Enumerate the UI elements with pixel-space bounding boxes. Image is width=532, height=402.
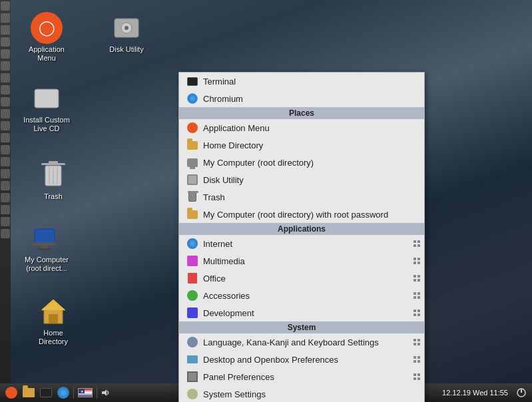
internet-submenu-indicator xyxy=(413,240,420,247)
menu-item-office[interactable]: Office xyxy=(179,270,424,287)
taskbar-volume[interactable] xyxy=(99,385,113,400)
panel-icon-2[interactable] xyxy=(1,13,10,23)
menu-item-trash-label: Trash xyxy=(203,192,225,202)
menu-item-terminal[interactable]: Terminal xyxy=(179,73,424,90)
menu-item-multimedia-label: Multimedia xyxy=(203,256,245,266)
menu-item-my-computer[interactable]: My Computer (root directory) xyxy=(179,154,424,171)
panel-icon-5[interactable] xyxy=(1,49,10,59)
context-menu: Terminal Chromium Places Application Men… xyxy=(178,72,425,402)
svg-rect-14 xyxy=(41,246,48,248)
desktop-icon-install-custom[interactable]: Install Custom Live CD xyxy=(20,80,73,136)
panel-icon-13[interactable] xyxy=(1,145,10,154)
menu-item-app-menu[interactable]: Application Menu xyxy=(179,119,424,136)
home-dir-label: Home Directory xyxy=(29,329,77,346)
menu-item-my-computer-label: My Computer (root directory) xyxy=(203,158,314,168)
menu-item-accessories[interactable]: Accessories xyxy=(179,287,424,304)
desktop-icon-home-dir[interactable]: Home Directory xyxy=(27,293,80,349)
menu-item-internet-label: Internet xyxy=(203,239,232,249)
menu-item-trash[interactable]: Trash xyxy=(179,188,424,206)
development-submenu-indicator xyxy=(413,309,420,316)
multimedia-icon xyxy=(186,254,199,268)
menu-item-disk-utility[interactable]: Disk Utility xyxy=(179,171,424,188)
panel-icon-8[interactable] xyxy=(1,85,10,95)
taskbar-power[interactable] xyxy=(513,385,529,400)
panel-icon-18[interactable] xyxy=(1,205,10,214)
taskbar-sep-1 xyxy=(73,387,74,399)
desktop-icon-my-computer[interactable]: My Computer (root direct... xyxy=(20,220,73,276)
accessories-icon xyxy=(186,289,199,302)
desktop-prefs-submenu-indicator xyxy=(413,356,420,363)
menu-item-language-label: Language, Kana-Kanji and Keyboard Settin… xyxy=(203,337,379,347)
menu-item-development[interactable]: Development xyxy=(179,304,424,321)
internet-icon xyxy=(186,237,199,250)
install-custom-label: Install Custom Live CD xyxy=(23,116,71,133)
menu-item-chromium-label: Chromium xyxy=(203,94,243,104)
svg-rect-12 xyxy=(35,229,55,244)
menu-item-accessories-label: Accessories xyxy=(203,291,250,301)
desktop-icon-disk-utility[interactable]: Disk Utility xyxy=(100,9,153,57)
panel-icon-3[interactable] xyxy=(1,25,10,35)
menu-item-multimedia[interactable]: Multimedia xyxy=(179,252,424,270)
taskbar-flag[interactable]: ★ xyxy=(75,385,95,400)
menu-item-disk-utility-label: Disk Utility xyxy=(203,175,244,185)
development-icon xyxy=(186,306,199,319)
section-system: System xyxy=(179,321,424,333)
svg-rect-11 xyxy=(49,161,58,164)
panel-icon-4[interactable] xyxy=(1,37,10,47)
menu-item-terminal-label: Terminal xyxy=(203,77,236,87)
menu-item-office-label: Office xyxy=(203,274,226,284)
menu-item-my-computer-root[interactable]: My Computer (root directory) with root p… xyxy=(179,206,424,223)
svg-marker-18 xyxy=(41,300,65,310)
menu-item-system-settings[interactable]: System Settings xyxy=(179,385,424,402)
taskbar-sep-2 xyxy=(97,387,97,399)
panel-icon-10[interactable] xyxy=(1,109,10,118)
svg-rect-13 xyxy=(33,242,57,246)
office-submenu-indicator xyxy=(413,275,420,282)
panel-icon-14[interactable] xyxy=(1,157,10,166)
taskbar-chromium[interactable] xyxy=(55,385,72,400)
menu-item-desktop-prefs-label: Desktop and Openbox Preferences xyxy=(203,355,338,365)
home-folder-icon xyxy=(186,138,199,152)
menu-item-app-menu-label: Application Menu xyxy=(203,123,270,133)
svg-rect-15 xyxy=(39,248,51,250)
panel-icon-9[interactable] xyxy=(1,97,10,106)
desktop-icon-app-menu[interactable]: ◯ Application Menu xyxy=(20,9,73,65)
disk-utility-label: Disk Utility xyxy=(109,45,143,54)
app-menu-icon xyxy=(186,121,199,134)
menu-item-chromium[interactable]: Chromium xyxy=(179,90,424,107)
panel-icon-1[interactable] xyxy=(1,1,10,11)
svg-point-2 xyxy=(125,26,129,30)
panel-icon-19[interactable] xyxy=(1,217,10,226)
panel-prefs-submenu-indicator xyxy=(413,373,420,380)
trash-label: Trash xyxy=(44,192,63,201)
panel-prefs-icon xyxy=(186,370,199,383)
panel-icon-11[interactable] xyxy=(1,121,10,130)
svg-marker-19 xyxy=(102,389,107,396)
taskbar-app-menu[interactable] xyxy=(3,385,20,400)
menu-item-home-directory[interactable]: Home Directory xyxy=(179,136,424,154)
trash-icon xyxy=(186,190,199,204)
panel-icon-17[interactable] xyxy=(1,193,10,202)
terminal-icon xyxy=(186,75,199,88)
desktop-icon-trash[interactable]: Trash xyxy=(27,156,80,204)
svg-rect-17 xyxy=(49,314,58,323)
menu-item-home-dir-label: Home Directory xyxy=(203,140,263,150)
menu-item-panel-prefs-label: Panel Preferences xyxy=(203,372,274,382)
menu-item-system-settings-label: System Settings xyxy=(203,389,266,399)
taskbar-terminal[interactable] xyxy=(37,385,55,400)
panel-icon-15[interactable] xyxy=(1,169,10,178)
panel-icon-7[interactable] xyxy=(1,73,10,83)
menu-item-internet[interactable]: Internet xyxy=(179,235,424,252)
panel-icon-20[interactable] xyxy=(1,229,10,238)
section-applications: Applications xyxy=(179,223,424,235)
taskbar-files[interactable] xyxy=(20,385,37,400)
panel-icon-6[interactable] xyxy=(1,61,10,71)
menu-item-language[interactable]: Language, Kana-Kanji and Keyboard Settin… xyxy=(179,333,424,351)
desktop: ◯ Application Menu Disk Utility Install … xyxy=(0,0,532,402)
menu-item-desktop-prefs[interactable]: Desktop and Openbox Preferences xyxy=(179,351,424,368)
multimedia-submenu-indicator xyxy=(413,258,420,264)
app-menu-label: Application Menu xyxy=(23,45,71,63)
menu-item-panel-prefs[interactable]: Panel Preferences xyxy=(179,368,424,385)
panel-icon-16[interactable] xyxy=(1,181,10,190)
panel-icon-12[interactable] xyxy=(1,133,10,142)
